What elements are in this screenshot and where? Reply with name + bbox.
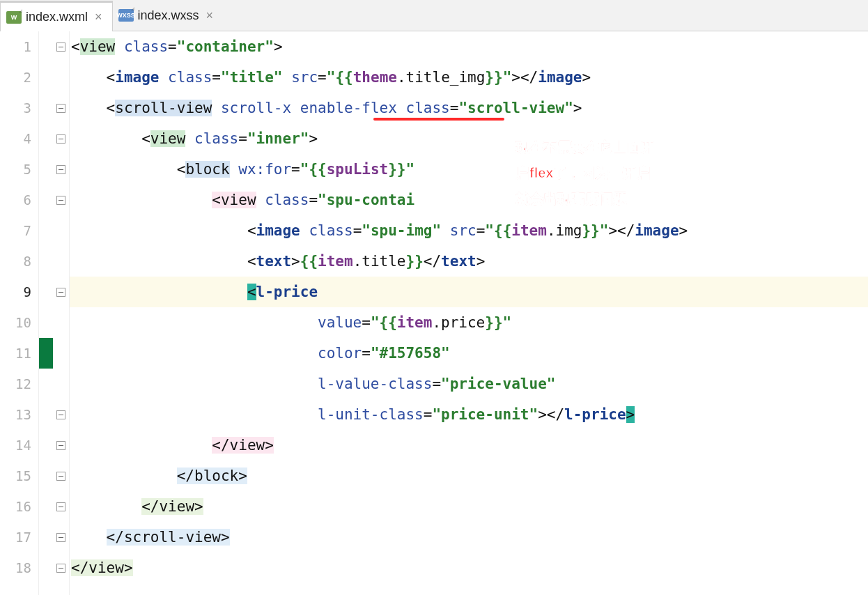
change-marker-strip xyxy=(39,31,53,595)
code-line: l-value-class="price-value" xyxy=(70,369,868,399)
line-number: 6 xyxy=(0,185,31,215)
code-line: </view> xyxy=(70,491,868,522)
fold-minus-icon[interactable] xyxy=(56,165,65,174)
editor: 1 2 3 4 5 6 7 8 9 10 11 12 13 14 15 16 1… xyxy=(0,31,868,595)
fold-minus-icon[interactable] xyxy=(56,564,65,573)
line-number: 4 xyxy=(0,123,31,154)
modified-line-marker xyxy=(39,338,53,369)
editor-tabs: W index.wxml × WXSS index.wxss × xyxy=(0,0,868,31)
fold-minus-icon[interactable] xyxy=(56,502,65,511)
code-line: <view class="container"> xyxy=(70,31,868,62)
tab-index-wxss[interactable]: WXSS index.wxss × xyxy=(113,0,224,31)
line-number: 10 xyxy=(0,307,31,338)
line-number: 12 xyxy=(0,369,31,399)
code-line: </view> xyxy=(70,430,868,461)
line-number: 17 xyxy=(0,522,31,552)
fold-minus-icon[interactable] xyxy=(56,472,65,481)
code-line: <scroll-view scroll-x enable-flex class=… xyxy=(70,93,868,123)
line-number: 16 xyxy=(0,491,31,522)
wxss-file-icon: WXSS xyxy=(118,9,134,22)
line-number: 9 xyxy=(0,277,31,307)
code-line: <text>{{item.title}}</text> xyxy=(70,246,868,277)
code-line: <image class="spu-img" src="{{item.img}}… xyxy=(70,215,868,246)
line-number: 13 xyxy=(0,399,31,430)
code-area[interactable]: 现在不需要在它上面开 启flex了，因为一开启 就会出现高度问题 <view c… xyxy=(70,31,868,595)
close-icon[interactable]: × xyxy=(92,10,105,24)
line-number: 5 xyxy=(0,154,31,185)
line-number: 7 xyxy=(0,215,31,246)
wxml-file-icon: W xyxy=(6,11,22,24)
line-number: 18 xyxy=(0,552,31,583)
code-line: <block wx:for="{{spuList}}" xyxy=(70,154,868,185)
code-line: </view> xyxy=(70,552,868,583)
fold-minus-icon[interactable] xyxy=(56,441,65,450)
code-line: <l-price xyxy=(70,277,868,307)
fold-minus-icon[interactable] xyxy=(56,533,65,542)
code-line: color="#157658" xyxy=(70,338,868,369)
tab-label: index.wxss xyxy=(138,8,199,23)
line-number: 14 xyxy=(0,430,31,461)
code-line: <image class="title" src="{{theme.title_… xyxy=(70,62,868,93)
fold-minus-icon[interactable] xyxy=(56,134,65,144)
fold-minus-icon[interactable] xyxy=(56,410,65,419)
close-icon[interactable]: × xyxy=(203,8,217,23)
line-number: 1 xyxy=(0,31,31,62)
fold-gutter xyxy=(53,31,70,595)
code-line: <view class="inner"> xyxy=(70,123,868,154)
line-number: 3 xyxy=(0,93,31,123)
tab-index-wxml[interactable]: W index.wxml × xyxy=(0,1,113,31)
line-number: 11 xyxy=(0,338,31,369)
line-number: 2 xyxy=(0,62,31,93)
code-line: <view class="spu-contai xyxy=(70,185,868,215)
code-line: </scroll-view> xyxy=(70,522,868,552)
line-gutter: 1 2 3 4 5 6 7 8 9 10 11 12 13 14 15 16 1… xyxy=(0,31,39,595)
line-number: 8 xyxy=(0,246,31,277)
code-line: </block> xyxy=(70,461,868,491)
fold-minus-icon[interactable] xyxy=(56,104,65,113)
tab-label: index.wxml xyxy=(26,10,88,24)
fold-minus-icon[interactable] xyxy=(56,288,65,297)
line-number: 15 xyxy=(0,461,31,491)
fold-minus-icon[interactable] xyxy=(56,196,65,205)
code-line: value="{{item.price}}" xyxy=(70,307,868,338)
code-line: l-unit-class="price-unit"></l-price> xyxy=(70,399,868,430)
fold-minus-icon[interactable] xyxy=(56,42,65,52)
